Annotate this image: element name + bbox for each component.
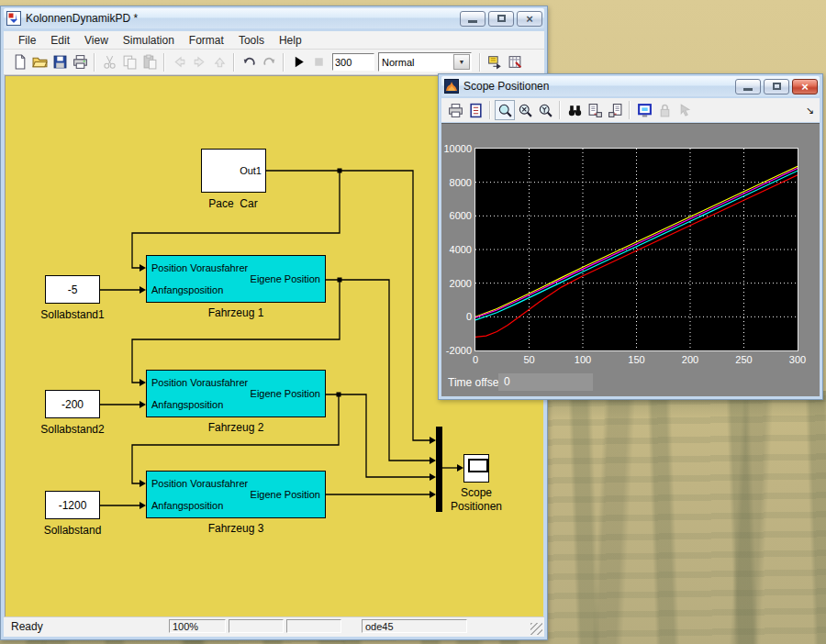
- autoscale-button[interactable]: [564, 100, 585, 120]
- zoom-y-button[interactable]: [535, 100, 555, 120]
- wire-arrowhead: [430, 473, 436, 481]
- sim-stop-time-input[interactable]: [332, 53, 374, 71]
- maximize-icon: [773, 83, 781, 90]
- go-forward-button: [189, 52, 209, 72]
- paste-icon: [142, 54, 158, 70]
- port-label-eigene-position: Eigene Position: [251, 489, 320, 500]
- menu-view[interactable]: View: [77, 32, 116, 49]
- scope-trace-pace-car: [475, 166, 798, 316]
- print-button[interactable]: [445, 100, 465, 120]
- copy-icon: [122, 54, 138, 70]
- wire-branch-dot: [338, 278, 342, 283]
- menu-format[interactable]: Format: [182, 32, 231, 49]
- menu-file[interactable]: File: [11, 32, 43, 49]
- sim-mode-select[interactable]: Normal▼: [378, 52, 472, 72]
- scope-close-button[interactable]: ×: [792, 79, 818, 94]
- debug-button[interactable]: [505, 52, 525, 72]
- port-label-position-vorausfahrer: Position Vorausfahrer: [151, 262, 248, 273]
- menu-tools[interactable]: Tools: [231, 32, 272, 49]
- toolbar-separator: [94, 53, 95, 72]
- scope-plot-svg: [475, 149, 798, 350]
- matlab-scope-icon: [444, 79, 459, 94]
- block-label-pace-car: Pace Car: [187, 197, 279, 210]
- lock-icon: [657, 103, 673, 118]
- floating-scope-button[interactable]: [634, 100, 654, 120]
- block-scope[interactable]: [463, 454, 489, 483]
- block-label-fahrzeug-1: Fahrzeug 1: [146, 306, 326, 319]
- zoom-x-button[interactable]: [515, 100, 535, 120]
- toolbar-separator: [233, 53, 235, 72]
- restore-axes-button[interactable]: [605, 100, 625, 120]
- toolbar-separator: [489, 101, 491, 119]
- block-fahrzeug-2[interactable]: Position VorausfahrerAnfangspositionEige…: [146, 370, 326, 417]
- block-label-constant-1: Sollabstand1: [17, 308, 128, 321]
- x-axis-tick-label: 0: [460, 354, 491, 365]
- wire-arrowhead: [140, 264, 146, 272]
- y-axis-tick-label: 2000: [441, 278, 472, 289]
- scope-window-title: Scope Positionen: [463, 80, 549, 93]
- zoom-icon: [497, 103, 513, 118]
- dropdown-arrow-icon[interactable]: ▼: [453, 54, 470, 70]
- maximize-button[interactable]: [488, 11, 514, 27]
- block-label-scope-line1: Scope: [440, 486, 513, 499]
- scope-plot-panel: 1000080006000400020000-2000 050100150200…: [441, 123, 820, 396]
- scope-window-titlebar[interactable]: Scope Positionen ×: [441, 76, 820, 96]
- scope-toolbar: ↘: [441, 98, 820, 122]
- block-pace-car[interactable]: Out1: [201, 149, 266, 193]
- block-label-constant-2: Sollabstand2: [17, 423, 128, 436]
- open-icon: [32, 54, 48, 70]
- binoc-icon: [567, 103, 583, 118]
- wire-arrowhead: [140, 286, 146, 294]
- wire-7[interactable]: [326, 394, 433, 477]
- simulink-app-icon: [6, 11, 21, 26]
- parameters-button[interactable]: [465, 100, 486, 120]
- cut-button: [99, 52, 119, 72]
- minimize-icon: [468, 20, 477, 23]
- y-axis-tick-label: 8000: [441, 177, 472, 188]
- saveax-icon: [587, 103, 603, 118]
- undo-icon: [241, 54, 257, 70]
- wire-4[interactable]: [326, 280, 433, 461]
- menu-edit[interactable]: Edit: [43, 32, 77, 49]
- toolbar-overflow-icon[interactable]: ↘: [806, 105, 814, 117]
- arrow-left-icon: [172, 54, 187, 70]
- zoomx-icon: [518, 103, 533, 118]
- model-window-titlebar[interactable]: KolonnenDynamikPD * ×: [4, 8, 544, 28]
- save-axes-button[interactable]: [585, 100, 605, 120]
- stop-icon: [311, 54, 327, 70]
- block-fahrzeug-1[interactable]: Position VorausfahrerAnfangspositionEige…: [146, 255, 326, 303]
- x-axis-tick-label: 150: [621, 354, 653, 365]
- menu-help[interactable]: Help: [272, 32, 309, 49]
- block-fahrzeug-3[interactable]: Position VorausfahrerAnfangspositionEige…: [146, 471, 326, 518]
- new-icon: [12, 54, 28, 70]
- scope-plot-area[interactable]: [475, 149, 798, 350]
- play-icon: [291, 54, 307, 70]
- resize-grip[interactable]: [530, 623, 542, 635]
- scope-trace-fahrzeug-3: [475, 175, 798, 337]
- toolbar-separator: [479, 53, 481, 72]
- menu-simulation[interactable]: Simulation: [116, 32, 182, 49]
- open-model-button[interactable]: [29, 52, 50, 72]
- redo-icon: [262, 54, 277, 70]
- status-solver: ode45: [362, 619, 467, 633]
- block-constant-2[interactable]: -200: [45, 390, 100, 418]
- new-model-button[interactable]: [9, 52, 29, 72]
- print-button[interactable]: [70, 52, 90, 72]
- params-icon: [468, 103, 484, 118]
- scope-minimize-button[interactable]: [735, 79, 761, 94]
- block-constant-1[interactable]: -5: [45, 275, 100, 304]
- zoom-button[interactable]: [495, 100, 515, 120]
- start-simulation-button[interactable]: [288, 52, 308, 72]
- block-constant-3[interactable]: -1200: [45, 491, 100, 519]
- model-browser-button[interactable]: [485, 52, 505, 72]
- close-button[interactable]: ×: [517, 11, 542, 27]
- save-model-button[interactable]: [50, 52, 70, 72]
- minimize-button[interactable]: [460, 11, 486, 27]
- port-label-anfangsposition: Anfangsposition: [151, 399, 223, 410]
- undo-button[interactable]: [239, 52, 259, 72]
- stop-simulation-button: [308, 52, 329, 72]
- x-axis-tick-label: 100: [567, 354, 598, 365]
- x-axis-tick-label: 200: [675, 354, 706, 365]
- time-offset-label: Time offset:: [448, 376, 505, 389]
- scope-maximize-button[interactable]: [764, 79, 789, 94]
